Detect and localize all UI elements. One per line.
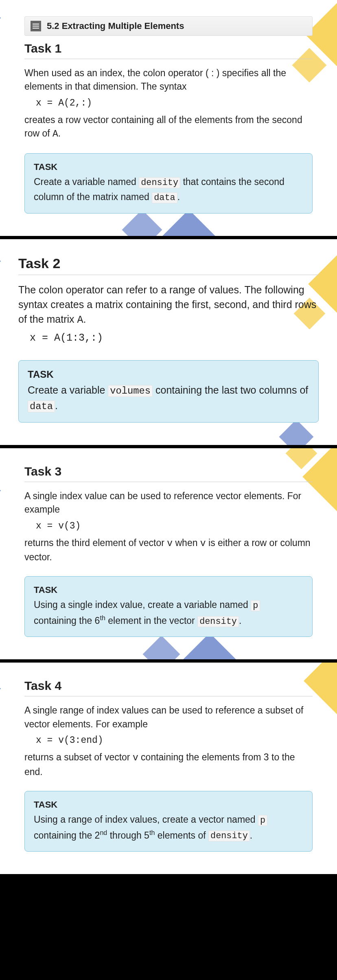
section-header[interactable]: 5.2 Extracting Multiple Elements <box>24 16 313 36</box>
text: containing the last two columns of <box>153 384 308 396</box>
code-ref: p <box>258 815 267 826</box>
task-label: TASK <box>34 585 303 595</box>
text: The colon operator can refer to a range … <box>18 284 316 325</box>
intro-text: A single index value can be used to refe… <box>24 489 313 517</box>
task-title: Task 1 <box>24 42 313 59</box>
code-ref: v <box>133 753 138 763</box>
intro-text-2: returns a subset of vector v containing … <box>24 751 313 779</box>
text: returns a subset of vector <box>24 752 133 762</box>
slide-task-4: Task 4 A single range of index values ca… <box>0 663 337 874</box>
code-example: x = A(2,:) <box>36 98 313 108</box>
slide-task-1: 5.2 Extracting Multiple Elements Task 1 … <box>0 0 337 236</box>
superscript: th <box>149 829 155 836</box>
text: containing the 6 <box>34 615 100 626</box>
code-ref: density <box>139 177 180 188</box>
task-description: Using a single index value, create a var… <box>34 598 303 628</box>
text: Using a range of index values, create a … <box>34 814 258 825</box>
code-ref: density <box>208 830 250 841</box>
text: elements of <box>155 830 208 840</box>
task-label: TASK <box>34 162 303 172</box>
slide-task-2: Task 2 The colon operator can refer to a… <box>0 239 337 445</box>
code-ref: data <box>28 401 55 412</box>
intro-text-2: creates a row vector containing all of t… <box>24 113 313 141</box>
intro-text: A single range of index values can be us… <box>24 704 313 731</box>
text: through 5 <box>107 830 149 840</box>
task-description: Create a variable named density that con… <box>34 175 303 205</box>
section-title: 5.2 Extracting Multiple Elements <box>47 21 184 31</box>
text: . <box>250 830 252 840</box>
text: . <box>58 128 61 139</box>
task-description: Using a range of index values, create a … <box>34 813 303 843</box>
code-ref: density <box>197 616 239 627</box>
text: . <box>83 313 86 325</box>
superscript: nd <box>100 829 107 836</box>
code-ref: volumes <box>108 385 153 397</box>
text: creates a row vector containing all of t… <box>24 115 302 139</box>
task-box: TASK Create a variable named density tha… <box>24 153 313 214</box>
code-ref: v <box>200 538 206 549</box>
code-ref: data <box>152 192 177 203</box>
task-label: TASK <box>28 369 309 380</box>
code-example: x = v(3:end) <box>36 735 313 746</box>
code-ref: v <box>167 538 173 549</box>
task-description: Create a variable volumes containing the… <box>28 383 309 414</box>
intro-text: When used as an index, the colon operato… <box>24 66 313 94</box>
text: Create a variable named <box>34 176 139 187</box>
text: . <box>239 615 241 626</box>
code-ref: A <box>77 314 83 326</box>
task-box: TASK Using a single index value, create … <box>24 576 313 637</box>
task-box: TASK Using a range of index values, crea… <box>24 791 313 852</box>
slide-task-3: Task 3 A single index value can be used … <box>0 448 337 660</box>
code-example: x = v(3) <box>36 521 313 531</box>
text: element in the vector <box>105 615 197 626</box>
code-ref: A <box>53 129 58 139</box>
hamburger-icon[interactable] <box>31 21 41 31</box>
text: Using a single index value, create a var… <box>34 599 251 610</box>
text: . <box>55 400 58 411</box>
superscript: th <box>100 614 105 621</box>
text: when <box>173 537 200 548</box>
task-title: Task 2 <box>18 255 319 275</box>
text: returns the third element of vector <box>24 537 167 548</box>
task-title: Task 4 <box>24 679 313 696</box>
task-label: TASK <box>34 799 303 810</box>
text: containing the 2 <box>34 830 100 840</box>
task-title: Task 3 <box>24 465 313 482</box>
code-example: x = A(1:3,:) <box>30 332 319 344</box>
task-box: TASK Create a variable volumes containin… <box>18 360 319 423</box>
intro-text-2: returns the third element of vector v wh… <box>24 536 313 564</box>
code-ref: p <box>251 600 260 611</box>
text: . <box>177 192 180 202</box>
intro-text: The colon operator can refer to a range … <box>18 282 319 328</box>
text: Create a variable <box>28 384 108 396</box>
